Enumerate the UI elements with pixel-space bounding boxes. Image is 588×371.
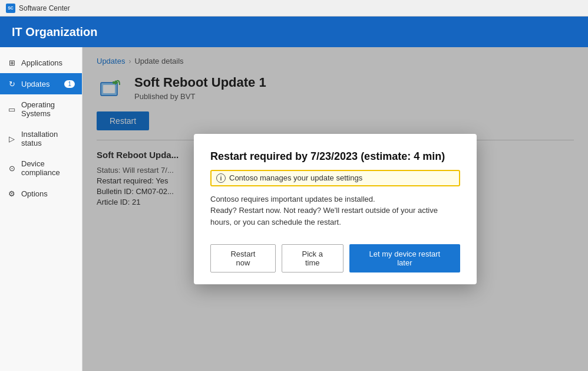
modal-info-label: Contoso manages your update settings: [229, 173, 362, 182]
sidebar: ⊞ Applications ↻ Updates 1 ▭ Operating S…: [0, 47, 82, 371]
title-bar-label: Software Center: [19, 4, 70, 12]
info-icon: i: [216, 173, 226, 183]
options-icon: ⚙: [7, 189, 16, 198]
sidebar-item-operating-systems[interactable]: ▭ Operating Systems: [0, 94, 82, 124]
app-icon: [6, 4, 15, 13]
restart-later-button[interactable]: Let my device restart later: [349, 244, 460, 272]
sidebar-item-label: Updates: [21, 80, 49, 88]
os-icon: ▭: [7, 104, 16, 114]
sidebar-item-label: Device compliance: [21, 159, 75, 177]
updates-badge: 1: [64, 80, 75, 88]
sidebar-item-applications[interactable]: ⊞ Applications: [0, 52, 82, 73]
title-bar: Software Center: [0, 0, 588, 17]
pick-a-time-button[interactable]: Pick a time: [282, 244, 343, 272]
modal-overlay: Restart required by 7/23/2023 (estimate:…: [82, 47, 588, 371]
sidebar-item-label: Applications: [21, 58, 62, 67]
restart-now-button[interactable]: Restart now: [210, 244, 276, 272]
sidebar-item-installation-status[interactable]: ▷ Installation status: [0, 124, 82, 153]
sidebar-item-label: Operating Systems: [21, 100, 75, 118]
compliance-icon: ⊙: [7, 163, 16, 173]
sidebar-item-label: Options: [21, 189, 48, 198]
modal-info-row: i Contoso manages your update settings: [210, 170, 460, 186]
modal-body: Contoso requires important updates be in…: [210, 193, 460, 228]
modal-dialog: Restart required by 7/23/2023 (estimate:…: [194, 134, 477, 285]
modal-body-text: Contoso requires important updates be in…: [210, 195, 438, 226]
updates-icon: ↻: [7, 79, 16, 88]
content-area: Updates › Update details Soft Reboot Upd…: [82, 47, 588, 371]
sidebar-item-options[interactable]: ⚙ Options: [0, 183, 82, 204]
main-layout: ⊞ Applications ↻ Updates 1 ▭ Operating S…: [0, 47, 588, 371]
sidebar-item-label: Installation status: [21, 130, 75, 147]
app-header: IT Organization: [0, 17, 588, 47]
org-title: IT Organization: [12, 25, 98, 39]
sidebar-item-updates[interactable]: ↻ Updates 1: [0, 73, 82, 94]
sidebar-item-device-compliance[interactable]: ⊙ Device compliance: [0, 153, 82, 183]
applications-icon: ⊞: [7, 58, 16, 67]
install-icon: ▷: [7, 134, 16, 143]
modal-title: Restart required by 7/23/2023 (estimate:…: [210, 150, 460, 163]
modal-actions: Restart now Pick a time Let my device re…: [210, 244, 460, 272]
